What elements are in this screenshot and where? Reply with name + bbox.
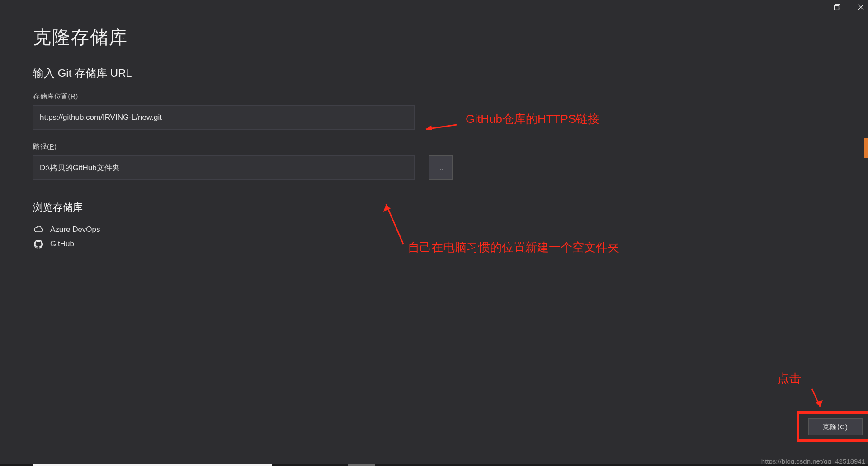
window-close-icon[interactable] [857,4,864,11]
svg-rect-1 [835,6,839,10]
browse-github[interactable]: GitHub [33,237,841,251]
repo-location-input[interactable] [33,105,415,130]
browse-repo-title: 浏览存储库 [33,201,841,214]
path-input[interactable] [33,155,415,180]
scroll-accent [864,138,868,158]
window-restore-icon[interactable] [834,4,841,11]
browse-item-label: Azure DevOps [50,225,100,234]
browse-azure-devops[interactable]: Azure DevOps [33,222,841,237]
page-title: 克隆存储库 [33,25,841,50]
github-icon [33,240,44,249]
browse-path-button[interactable]: ... [429,155,453,180]
section-subtitle: 输入 Git 存储库 URL [33,66,841,80]
bottom-strip-white [33,464,272,466]
cloud-icon [33,226,44,233]
path-label: 路径(P) [33,142,841,151]
clone-button[interactable]: 克隆(C) [808,418,863,435]
annotation-text-3: 点击 [778,371,801,386]
svg-line-8 [812,389,820,407]
repo-location-label: 存储库位置(R) [33,92,841,101]
svg-marker-9 [816,400,823,407]
browse-item-label: GitHub [50,240,74,249]
bottom-strip-gray [348,464,375,466]
